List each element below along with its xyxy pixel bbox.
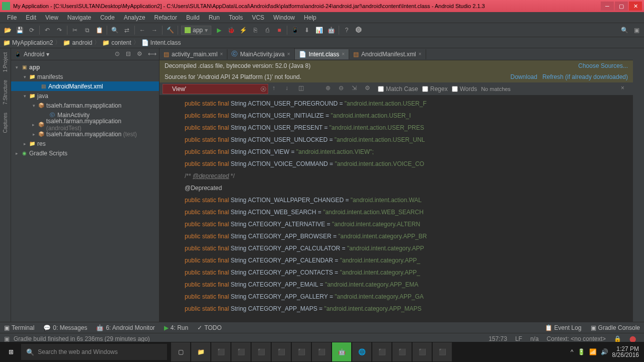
- start-button[interactable]: ⊞: [1, 342, 21, 362]
- tab-intent-class[interactable]: 📄Intent.class×: [295, 49, 350, 59]
- replace-icon[interactable]: ⇄: [122, 26, 131, 35]
- close-find-icon[interactable]: ×: [621, 84, 630, 94]
- hide-icon[interactable]: ⟷: [148, 50, 156, 58]
- forward-icon[interactable]: →: [150, 26, 159, 35]
- save-icon[interactable]: 💾: [15, 26, 24, 35]
- maximize-button[interactable]: ▢: [615, 2, 628, 11]
- ddms-icon[interactable]: 📊: [314, 26, 324, 35]
- project-scope-dropdown[interactable]: 📱 Android ▾: [14, 51, 49, 58]
- menu-window[interactable]: Window: [269, 13, 299, 22]
- tree-pkg-t[interactable]: tsaleh.farman.myapplication (test): [46, 131, 137, 138]
- tree-res[interactable]: res: [37, 140, 46, 147]
- tray-up-icon[interactable]: ^: [571, 348, 574, 355]
- menu-build[interactable]: Build: [182, 13, 204, 22]
- gradle-console-tab[interactable]: ▣ Gradle Console: [591, 324, 640, 331]
- debug-icon[interactable]: 🐞: [226, 26, 235, 35]
- scroll-from-source-icon[interactable]: ⊙: [115, 50, 123, 58]
- clock[interactable]: 1:27 PM 8/26/2016: [612, 346, 639, 358]
- error-icon[interactable]: ⬤: [625, 335, 640, 342]
- tree-java[interactable]: java: [37, 93, 48, 100]
- paste-icon[interactable]: 📋: [95, 26, 104, 35]
- cut-icon[interactable]: ✂: [70, 26, 79, 35]
- remove-selection-icon[interactable]: ⊖: [339, 84, 348, 94]
- prev-match-icon[interactable]: ↑: [272, 84, 281, 94]
- close-button[interactable]: ✕: [629, 2, 642, 11]
- help-icon[interactable]: ?: [342, 26, 351, 35]
- menu-view[interactable]: View: [41, 13, 62, 22]
- android-icon2[interactable]: 🤖: [327, 26, 336, 35]
- app-icon-1[interactable]: ⬛: [211, 342, 230, 361]
- sdk-icon[interactable]: ⬇: [302, 26, 311, 35]
- app-icon-6[interactable]: ⬛: [312, 342, 331, 361]
- menu-file[interactable]: File: [3, 13, 21, 22]
- tree-gradle[interactable]: Gradle Scripts: [29, 150, 67, 157]
- project-tree[interactable]: ▾▣app ▾📁manifests ▤AndroidManifest.xml ▾…: [11, 60, 159, 160]
- collapse-all-icon[interactable]: ⊟: [126, 50, 134, 58]
- status-position[interactable]: 157:73: [485, 335, 511, 342]
- search-everywhere-icon[interactable]: 🔍: [620, 26, 629, 35]
- terminal-tab[interactable]: ▣ Terminal: [4, 324, 34, 331]
- menu-help[interactable]: Help: [300, 13, 320, 22]
- redo-icon[interactable]: ↷: [55, 26, 64, 35]
- bc-project[interactable]: 📁 MyApplication2: [3, 39, 53, 46]
- tray-battery-icon[interactable]: 🔋: [578, 348, 585, 355]
- project-tab[interactable]: 1:Project: [2, 50, 9, 74]
- run-config-selector[interactable]: app ▾: [181, 26, 211, 35]
- app-icon-9[interactable]: ⬛: [413, 342, 432, 361]
- tray-volume-icon[interactable]: 🔊: [601, 348, 608, 355]
- stop-icon[interactable]: ■: [275, 26, 284, 35]
- hide-panels-icon[interactable]: ▣: [632, 26, 641, 35]
- app-icon-3[interactable]: ⬛: [252, 342, 271, 361]
- status-encoding[interactable]: n/a: [526, 335, 543, 342]
- run-tab[interactable]: ▶ 4: Run: [164, 324, 188, 331]
- chrome-icon[interactable]: 🌐: [352, 342, 371, 361]
- find-settings-icon[interactable]: ⚙: [365, 84, 374, 94]
- whats-new-icon[interactable]: ⓿: [354, 26, 363, 35]
- choose-sources-link[interactable]: Choose Sources...: [578, 62, 628, 69]
- menu-vcs[interactable]: VCS: [248, 13, 269, 22]
- structure-tab[interactable]: 7:Structure: [2, 78, 9, 107]
- app-icon-5[interactable]: ⬛: [292, 342, 311, 361]
- menu-refactor[interactable]: Refactor: [150, 13, 181, 22]
- app-icon-2[interactable]: ⬛: [231, 342, 251, 361]
- code-editor[interactable]: public static final String ACTION_USER_F…: [159, 96, 633, 322]
- refresh-link[interactable]: Refresh (if already downloaded): [542, 73, 628, 80]
- windows-search[interactable]: 🔍 Search the web and Windows: [21, 344, 167, 360]
- settings-icon[interactable]: ⚙: [137, 50, 145, 58]
- lock-icon[interactable]: 🔒: [610, 335, 625, 342]
- menu-tools[interactable]: Tools: [225, 13, 247, 22]
- find-input[interactable]: [163, 84, 268, 94]
- messages-tab[interactable]: 💬 0: Messages: [43, 324, 87, 331]
- tree-manifest-file[interactable]: AndroidManifest.xml: [48, 83, 103, 90]
- todo-tab[interactable]: ✓ TODO: [197, 324, 221, 331]
- attach-icon[interactable]: ⎘: [251, 26, 260, 35]
- menu-run[interactable]: Run: [205, 13, 224, 22]
- menu-code[interactable]: Code: [96, 13, 119, 22]
- download-link[interactable]: Download: [511, 73, 537, 80]
- match-case-check[interactable]: Match Case: [378, 85, 418, 93]
- export-icon[interactable]: ⇲: [352, 84, 361, 94]
- tree-pkg-at[interactable]: tsaleh.farman.myapplication (androidTest…: [46, 118, 157, 132]
- menu-analyze[interactable]: Analyze: [120, 13, 149, 22]
- words-check[interactable]: Words: [452, 85, 477, 93]
- regex-check[interactable]: Regex: [422, 85, 448, 93]
- menu-navigate[interactable]: Navigate: [63, 13, 95, 22]
- task-view-icon[interactable]: ▢: [171, 342, 190, 361]
- android-studio-icon[interactable]: 🤖: [332, 342, 351, 361]
- open-icon[interactable]: 📂: [3, 26, 12, 35]
- sync-icon[interactable]: ⟳: [27, 26, 36, 35]
- build-icon[interactable]: 🔨: [166, 26, 175, 35]
- tree-manifests[interactable]: manifests: [37, 73, 63, 80]
- app-icon-10[interactable]: ⬛: [433, 342, 452, 361]
- app-icon-7[interactable]: ⬛: [372, 342, 391, 361]
- status-context[interactable]: Context: <no context>: [543, 335, 610, 342]
- copy-icon[interactable]: ⧉: [83, 26, 92, 35]
- undo-icon[interactable]: ↶: [43, 26, 52, 35]
- bc-android[interactable]: 📁 android: [63, 39, 92, 46]
- find-icon[interactable]: 🔍: [110, 26, 119, 35]
- clear-icon[interactable]: ⓧ: [261, 85, 266, 93]
- tab-activity-main[interactable]: ▤activity_main.xml×: [159, 49, 227, 59]
- tab-main-activity[interactable]: ⓒMainActivity.java×: [227, 48, 294, 60]
- add-selection-icon[interactable]: ⊕: [326, 84, 335, 94]
- bc-file[interactable]: 📄 Intent.class: [141, 39, 181, 46]
